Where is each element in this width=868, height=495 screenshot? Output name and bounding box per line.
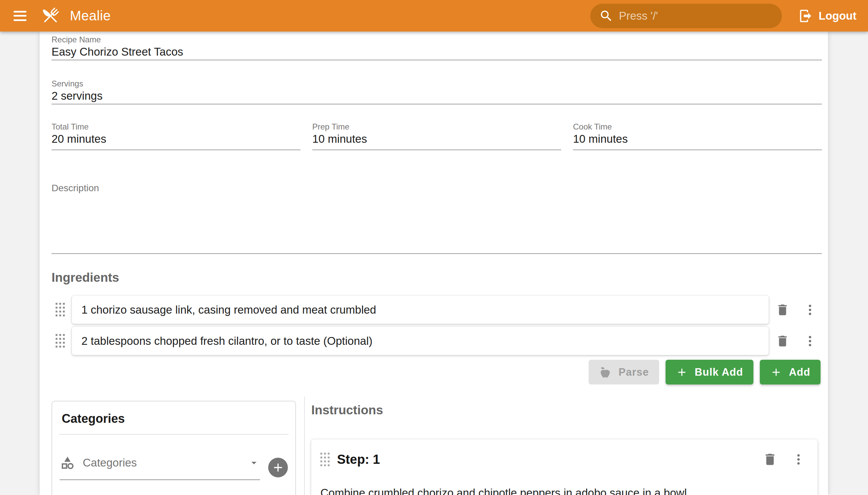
instructions-section-title: Instructions <box>311 403 822 418</box>
chevron-down-icon <box>248 457 260 469</box>
vertical-divider <box>304 397 305 495</box>
ingredient-menu-button[interactable] <box>801 300 819 320</box>
parse-button[interactable]: Parse <box>589 360 659 385</box>
step-text-input[interactable]: Combine crumbled chorizo and chipotle pe… <box>320 486 807 495</box>
cook-time-value[interactable]: 10 minutes <box>573 132 822 147</box>
ingredient-row: 1 chorizo sausage link, casing removed a… <box>52 295 822 324</box>
divider <box>59 434 289 434</box>
app-title: Mealie <box>70 8 111 23</box>
recipe-name-field[interactable]: Recipe Name Easy Chorizo Street Tacos <box>52 35 822 61</box>
step-header: Step: 1 <box>320 451 807 467</box>
shapes-icon <box>60 455 75 471</box>
step-title: Step: 1 <box>337 452 380 467</box>
description-label: Description <box>52 183 822 194</box>
ingredient-input[interactable]: 1 chorizo sausage link, casing removed a… <box>72 296 769 324</box>
search-icon <box>599 9 613 23</box>
logout-icon <box>798 8 813 23</box>
logout-label: Logout <box>818 10 856 22</box>
ingredient-row: 2 tablespoons chopped fresh cilantro, or… <box>52 326 822 355</box>
recipe-editor-sheet: Recipe Name Easy Chorizo Street Tacos Se… <box>40 32 828 495</box>
drag-handle-icon[interactable] <box>320 453 329 466</box>
mealie-logo-icon <box>40 5 61 27</box>
recipe-name-label: Recipe Name <box>52 35 822 45</box>
categories-select-label: Categories <box>83 456 248 469</box>
cook-time-field[interactable]: Cook Time 10 minutes <box>573 122 822 150</box>
ingredient-actions-row: Parse Bulk Add Add <box>52 360 822 385</box>
ingredient-text: 1 chorizo sausage link, casing removed a… <box>81 304 376 316</box>
ingredient-text: 2 tablespoons chopped fresh cilantro, or… <box>81 335 373 347</box>
ingredient-menu-button[interactable] <box>801 331 819 351</box>
ingredients-section-title: Ingredients <box>52 270 822 285</box>
total-time-label: Total Time <box>52 122 301 132</box>
plus-icon <box>271 461 285 474</box>
servings-label: Servings <box>52 79 822 88</box>
instructions-column: Instructions Step: 1 <box>311 397 822 495</box>
prep-time-label: Prep Time <box>312 122 561 132</box>
bulk-add-button[interactable]: Bulk Add <box>666 360 753 385</box>
categories-card-title: Categories <box>52 402 295 434</box>
plus-icon <box>770 366 782 378</box>
servings-value[interactable]: 2 servings <box>52 88 822 104</box>
delete-step-button[interactable] <box>761 450 780 469</box>
description-field[interactable]: Description <box>52 183 822 254</box>
plus-icon <box>676 366 688 378</box>
search-placeholder: Press '/' <box>619 10 658 22</box>
categories-card: Categories Categories <box>52 401 296 495</box>
dots-vertical-icon <box>803 333 817 349</box>
drag-handle-icon[interactable] <box>56 334 65 348</box>
add-button[interactable]: Add <box>760 360 820 385</box>
parse-label: Parse <box>618 366 649 378</box>
prep-time-field[interactable]: Prep Time 10 minutes <box>312 122 561 150</box>
ingredient-list: 1 chorizo sausage link, casing removed a… <box>52 295 822 355</box>
step-menu-button[interactable] <box>790 449 807 470</box>
add-category-button[interactable] <box>268 458 288 477</box>
bulk-add-label: Bulk Add <box>695 366 743 378</box>
ingredient-input[interactable]: 2 tablespoons chopped fresh cilantro, or… <box>72 327 769 355</box>
delete-ingredient-button[interactable] <box>773 301 792 319</box>
bottom-columns: Categories Categories <box>52 397 822 495</box>
servings-field[interactable]: Servings 2 servings <box>52 79 822 104</box>
cook-time-label: Cook Time <box>573 122 822 132</box>
logout-button[interactable]: Logout <box>792 3 863 28</box>
app-bar: Mealie Press '/' Logout <box>0 0 868 32</box>
delete-ingredient-button[interactable] <box>773 332 792 350</box>
trash-icon <box>776 334 790 348</box>
categories-select-row: Categories <box>60 455 288 480</box>
prep-time-value[interactable]: 10 minutes <box>312 132 561 147</box>
description-value[interactable] <box>52 194 822 253</box>
organizer-column: Categories Categories <box>52 397 301 495</box>
total-time-field[interactable]: Total Time 20 minutes <box>52 122 301 150</box>
total-time-value[interactable]: 20 minutes <box>52 132 301 147</box>
search-input[interactable]: Press '/' <box>590 4 782 28</box>
menu-icon[interactable] <box>14 11 27 21</box>
drag-handle-icon[interactable] <box>56 303 65 317</box>
time-fields-row: Total Time 20 minutes Prep Time 10 minut… <box>52 122 822 150</box>
recipe-name-value[interactable]: Easy Chorizo Street Tacos <box>52 45 822 60</box>
trash-icon <box>776 303 790 317</box>
dots-vertical-icon <box>792 451 805 467</box>
apple-icon <box>599 366 612 379</box>
trash-icon <box>763 452 778 467</box>
add-label: Add <box>789 366 810 378</box>
instruction-step-card: Step: 1 Combine crumbled chorizo and chi… <box>311 439 817 495</box>
categories-select[interactable]: Categories <box>60 455 260 480</box>
dots-vertical-icon <box>803 302 817 318</box>
